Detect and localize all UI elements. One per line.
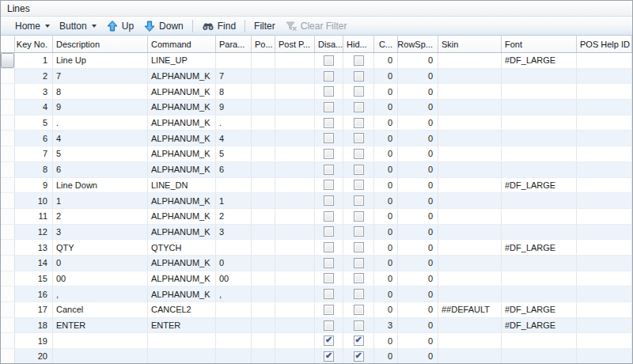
cell-font[interactable] <box>502 209 577 224</box>
cell-description[interactable]: Line Down <box>53 178 148 193</box>
cell-font[interactable] <box>502 84 577 99</box>
cell-po[interactable] <box>252 318 275 333</box>
cell-skin[interactable] <box>438 193 502 208</box>
cell-rowsp[interactable]: 0 <box>398 318 438 333</box>
cell-key-no[interactable]: 9 <box>15 178 53 193</box>
cell-disabled[interactable]: ✔ <box>315 69 343 84</box>
column-header-rowsp[interactable]: RowSp... <box>398 36 438 52</box>
cell-hidden[interactable]: ✔ <box>343 318 374 333</box>
cell-param[interactable] <box>216 318 252 333</box>
cell-param[interactable] <box>216 178 252 193</box>
cell-pos-help-id[interactable] <box>577 53 632 68</box>
cell-post-p[interactable] <box>275 349 315 364</box>
row-selector[interactable] <box>1 333 15 348</box>
cell-po[interactable] <box>252 349 275 364</box>
cell-font[interactable] <box>502 100 577 115</box>
cell-font[interactable] <box>502 69 577 84</box>
cell-param[interactable] <box>216 240 252 255</box>
cell-rowsp[interactable]: 0 <box>398 349 438 364</box>
hidden-checkbox[interactable]: ✔ <box>354 336 364 346</box>
cell-c[interactable]: 3 <box>374 318 398 333</box>
cell-skin[interactable] <box>438 116 502 131</box>
cell-pos-help-id[interactable] <box>577 209 632 224</box>
cell-hidden[interactable]: ✔ <box>343 209 374 224</box>
cell-skin[interactable] <box>438 225 502 240</box>
disabled-checkbox[interactable]: ✔ <box>324 118 334 128</box>
cell-param[interactable]: 3 <box>216 225 252 240</box>
cell-font[interactable]: #DF_LARGE <box>502 178 577 193</box>
cell-font[interactable]: #DF_LARGE <box>502 240 577 255</box>
cell-hidden[interactable]: ✔ <box>343 116 374 131</box>
cell-c[interactable]: 0 <box>374 286 398 301</box>
cell-post-p[interactable] <box>275 84 315 99</box>
cell-skin[interactable] <box>438 318 502 333</box>
table-row[interactable]: 20✔✔00 <box>1 349 632 364</box>
cell-pos-help-id[interactable] <box>577 178 632 193</box>
cell-command[interactable]: QTYCH <box>148 240 216 255</box>
column-header-key-no[interactable]: Key No. <box>15 36 53 52</box>
cell-skin[interactable] <box>438 209 502 224</box>
cell-description[interactable]: 4 <box>53 131 148 146</box>
row-selector[interactable] <box>1 53 15 68</box>
cell-key-no[interactable]: 15 <box>15 271 53 286</box>
cell-param[interactable]: 0 <box>216 256 252 271</box>
cell-pos-help-id[interactable] <box>577 349 632 364</box>
cell-po[interactable] <box>252 333 275 348</box>
cell-disabled[interactable]: ✔ <box>315 271 343 286</box>
cell-pos-help-id[interactable] <box>577 84 632 99</box>
filter-button[interactable]: Filter <box>249 19 280 33</box>
cell-description[interactable]: 6 <box>53 162 148 177</box>
cell-description[interactable]: 3 <box>53 225 148 240</box>
cell-command[interactable]: ALPHANUM_K <box>148 193 216 208</box>
cell-font[interactable] <box>502 256 577 271</box>
cell-pos-help-id[interactable] <box>577 286 632 301</box>
cell-c[interactable]: 0 <box>374 131 398 146</box>
table-row[interactable]: 16,ALPHANUM_K,✔✔00 <box>1 286 632 302</box>
cell-po[interactable] <box>252 286 275 301</box>
row-selector[interactable] <box>1 146 15 161</box>
table-row[interactable]: 123ALPHANUM_K3✔✔00 <box>1 225 632 241</box>
cell-post-p[interactable] <box>275 69 315 84</box>
column-header-command[interactable]: Command <box>148 36 216 52</box>
cell-rowsp[interactable]: 0 <box>398 178 438 193</box>
hidden-checkbox[interactable]: ✔ <box>354 133 364 143</box>
cell-pos-help-id[interactable] <box>577 100 632 115</box>
cell-param[interactable]: . <box>216 116 252 131</box>
cell-font[interactable] <box>502 225 577 240</box>
cell-post-p[interactable] <box>275 240 315 255</box>
cell-param[interactable] <box>216 53 252 68</box>
cell-c[interactable]: 0 <box>374 53 398 68</box>
cell-command[interactable]: ENTER <box>148 318 216 333</box>
cell-skin[interactable] <box>438 146 502 161</box>
column-header-disa[interactable]: Disa... <box>315 36 343 52</box>
cell-key-no[interactable]: 13 <box>15 240 53 255</box>
cell-hidden[interactable]: ✔ <box>343 256 374 271</box>
cell-key-no[interactable]: 16 <box>15 286 53 301</box>
column-header-post-p[interactable]: Post P... <box>275 36 315 52</box>
cell-skin[interactable] <box>438 162 502 177</box>
cell-key-no[interactable]: 10 <box>15 193 53 208</box>
cell-skin[interactable] <box>438 131 502 146</box>
cell-c[interactable]: 0 <box>374 162 398 177</box>
row-selector[interactable] <box>1 225 15 240</box>
cell-param[interactable] <box>216 333 252 348</box>
cell-skin[interactable] <box>438 286 502 301</box>
cell-po[interactable] <box>252 193 275 208</box>
disabled-checkbox[interactable]: ✔ <box>324 211 334 222</box>
cell-disabled[interactable]: ✔ <box>315 349 343 364</box>
cell-disabled[interactable]: ✔ <box>315 193 343 208</box>
cell-command[interactable]: ALPHANUM_K <box>148 162 216 177</box>
cell-pos-help-id[interactable] <box>577 333 632 348</box>
cell-command[interactable]: ALPHANUM_K <box>148 69 216 84</box>
cell-hidden[interactable]: ✔ <box>343 225 374 240</box>
row-selector[interactable] <box>1 318 15 333</box>
row-selector[interactable] <box>1 131 15 146</box>
cell-description[interactable]: 8 <box>53 84 148 99</box>
row-selector[interactable] <box>1 256 15 271</box>
cell-rowsp[interactable]: 0 <box>398 240 438 255</box>
cell-font[interactable] <box>502 349 577 364</box>
cell-rowsp[interactable]: 0 <box>398 256 438 271</box>
down-button[interactable]: Down <box>138 18 188 34</box>
disabled-checkbox[interactable]: ✔ <box>324 102 334 112</box>
disabled-checkbox[interactable]: ✔ <box>324 351 334 362</box>
